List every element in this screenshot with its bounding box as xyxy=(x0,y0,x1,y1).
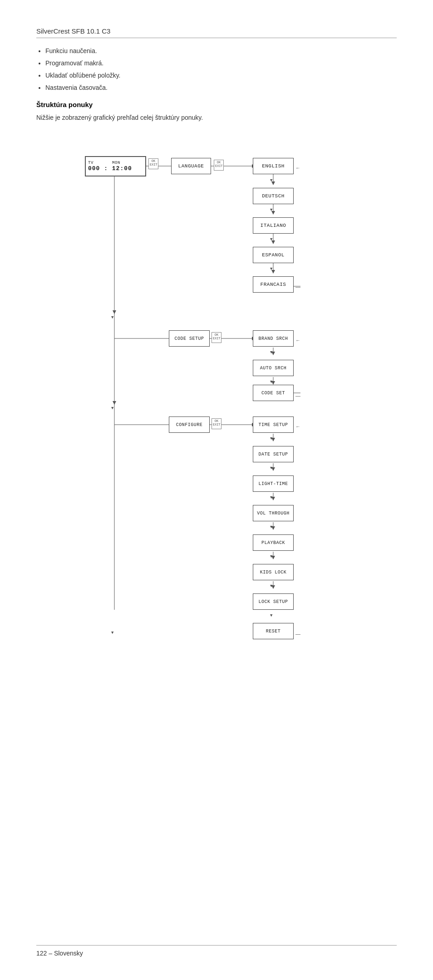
arrow-time-setup: ← xyxy=(295,424,300,429)
menu-box-time-setup: TIME SETUP xyxy=(253,416,294,433)
menu-box-brand-srch: BRAND SRCH xyxy=(253,330,294,347)
footer: 122 – Slovensky xyxy=(36,945,397,957)
svg-marker-39 xyxy=(113,310,116,314)
bullet-item-1: Funkciu naučenia. xyxy=(45,46,397,56)
menu-box-code-setup: CODE SETUP xyxy=(169,330,210,347)
menu-box-light-time: LIGHT-TIME xyxy=(253,475,294,492)
ok-exit-badge-lcd: OK EXIT xyxy=(148,158,158,169)
menu-box-francais: FRANCAIS xyxy=(253,276,294,293)
menu-box-language: LANGUAGE xyxy=(171,158,211,174)
lcd-display: TV MON 000 : 12:00 xyxy=(85,156,146,176)
ok-exit-badge-configure: OK EXIT xyxy=(212,418,221,429)
lcd-line2: 000 : 12:00 xyxy=(88,165,132,172)
menu-box-deutsch: DEUTSCH xyxy=(253,188,294,204)
menu-box-reset: RESET xyxy=(253,623,294,639)
footer-text: 122 – Slovensky xyxy=(36,950,83,957)
diagram-container: TV MON 000 : 12:00 OK EXIT LANGUAGE OK E… xyxy=(36,133,397,610)
bullet-item-3: Ukladať obľúbené položky. xyxy=(45,71,397,80)
section-heading: Štruktúra ponuky xyxy=(36,101,397,108)
header-title: SilverCrest SFB 10.1 C3 xyxy=(36,27,397,38)
menu-box-auto-srch: AUTO SRCH xyxy=(253,360,294,376)
section-desc: Nižšie je zobrazený grafický prehľad cel… xyxy=(36,113,397,122)
svg-marker-40 xyxy=(113,401,116,405)
arrow-brand-srch: ← xyxy=(295,338,300,343)
arrow-english: ← xyxy=(295,165,300,171)
menu-box-kids-lock: KIDS LOCK xyxy=(253,564,294,580)
page: SilverCrest SFB 10.1 C3 Funkciu naučenia… xyxy=(0,0,433,980)
bullet-item-2: Programovať makrá. xyxy=(45,59,397,68)
menu-box-lock-setup: LOCK SETUP xyxy=(253,593,294,610)
lcd-line1: TV MON xyxy=(88,161,120,165)
bullet-item-4: Nastavenia časovača. xyxy=(45,83,397,93)
menu-box-italiano: ITALIANO xyxy=(253,217,294,234)
ok-exit-badge-language: OK EXIT xyxy=(214,160,224,171)
menu-box-espanol: ESPANOL xyxy=(253,247,294,263)
dash-reset: — xyxy=(295,631,300,637)
menu-box-vol-through: VOL THROUGH xyxy=(253,505,294,521)
menu-box-english: ENGLISH xyxy=(253,158,294,174)
bullet-list: Funkciu naučenia. Programovať makrá. Ukl… xyxy=(45,46,397,93)
diagram: TV MON 000 : 12:00 OK EXIT LANGUAGE OK E… xyxy=(76,133,357,610)
menu-box-configure: CONFIGURE xyxy=(169,416,210,433)
ok-exit-badge-code-setup: OK EXIT xyxy=(212,332,221,343)
menu-box-code-set: CODE SET xyxy=(253,385,294,401)
dash-code-set: — xyxy=(295,393,300,398)
menu-box-date-setup: DATE SETUP xyxy=(253,446,294,462)
menu-box-playback: PLAYBACK xyxy=(253,534,294,551)
dash-francais: — xyxy=(295,284,300,289)
